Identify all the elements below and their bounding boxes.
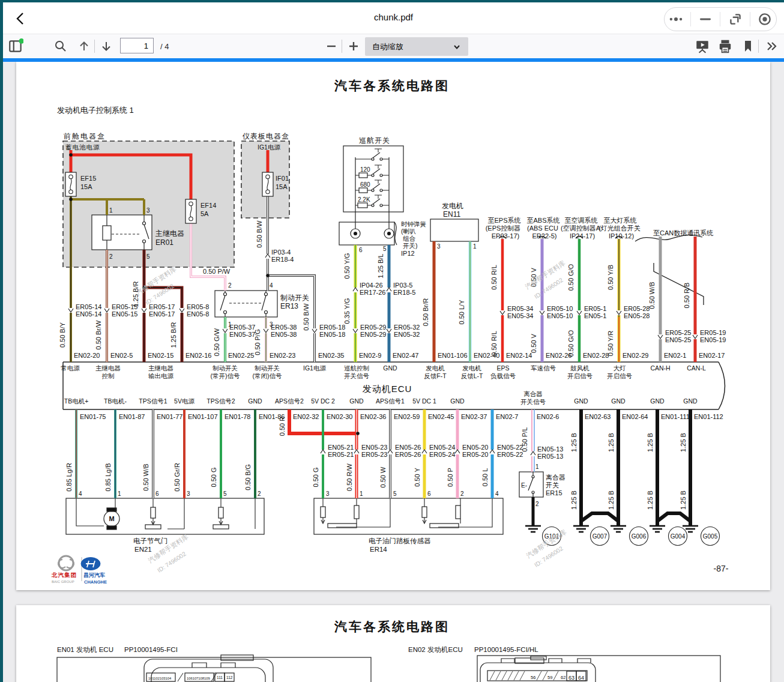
overflow-menu-icon[interactable] bbox=[668, 11, 684, 27]
diagram-label: TB电机- bbox=[104, 397, 127, 405]
diagram-box bbox=[92, 215, 152, 250]
diagram-label: 5V电源 bbox=[174, 397, 194, 405]
diagram-label: EN02-7 bbox=[496, 413, 518, 420]
diagram-label: EN02-35 bbox=[318, 352, 344, 359]
diagram-label: 1 bbox=[109, 207, 113, 214]
previous-page-button[interactable] bbox=[76, 38, 92, 55]
diagram-label: 0.50 G bbox=[210, 467, 217, 487]
diagram-label: ER05-38 bbox=[271, 324, 297, 331]
diagram-label: EN05-26 bbox=[395, 444, 421, 451]
more-tools-button[interactable] bbox=[763, 38, 780, 55]
diagram-label: EN05-32 bbox=[394, 331, 420, 338]
diagram-label: CAN-L bbox=[687, 364, 706, 372]
diagram-label: EP03-17) bbox=[492, 232, 519, 240]
diagram-label: GND bbox=[450, 397, 465, 405]
diagram-label: 1.25 B bbox=[680, 433, 687, 452]
diagram-label: PP10001495-FCI bbox=[124, 646, 178, 653]
junction-dot bbox=[69, 153, 73, 157]
minimize-icon[interactable] bbox=[698, 11, 713, 27]
diagram-label: EN05-25 bbox=[665, 336, 691, 343]
diagram-label: 0.50 R/W bbox=[346, 463, 353, 490]
diagram-label: 5A bbox=[201, 210, 209, 217]
diagram-label: EN02-29 bbox=[623, 352, 648, 359]
zoom-select-label: 自动缩放 bbox=[372, 41, 403, 52]
diagram-label: ER05-32 bbox=[394, 324, 420, 331]
diagram-box bbox=[477, 656, 720, 682]
diagram-label: EN05-22 bbox=[497, 444, 523, 451]
diagram-label: (常开)信号 bbox=[211, 372, 240, 379]
diagram-label: EN05-14 bbox=[76, 310, 101, 318]
double-chevron-right-icon bbox=[764, 39, 779, 53]
diagram-label: (常闭)信号 bbox=[253, 372, 282, 379]
ground-id-label: G006 bbox=[632, 533, 647, 540]
diagram-label: E- bbox=[521, 482, 527, 489]
fuse-pin bbox=[189, 202, 193, 205]
zoom-in-button[interactable] bbox=[345, 38, 362, 55]
page-number-input[interactable] bbox=[120, 38, 154, 53]
zoom-out-button[interactable] bbox=[323, 38, 340, 55]
diagram-label: ER05-22 bbox=[497, 451, 523, 458]
diagram-label: ER05-29 bbox=[360, 324, 386, 331]
diagram-label: (ABS ECU bbox=[527, 225, 558, 232]
diagram-label: EN01-112 bbox=[694, 413, 723, 420]
search-button[interactable] bbox=[52, 38, 69, 55]
diagram-label: EN02-32 bbox=[293, 413, 319, 420]
diagram-label: 0.50 P bbox=[447, 468, 454, 487]
diagram-label: 2 bbox=[460, 490, 464, 497]
diagram-label: EN05-8 bbox=[187, 310, 209, 318]
diagram-label: 1 bbox=[473, 243, 477, 250]
diagram-circle bbox=[388, 232, 391, 235]
presentation-mode-button[interactable] bbox=[694, 38, 711, 55]
diagram-label: 62 bbox=[561, 675, 565, 680]
diagram-label: 0.50 Br/R bbox=[422, 298, 429, 327]
junction-dot bbox=[356, 432, 360, 435]
diagram-label: EN02-40 bbox=[474, 352, 499, 359]
diagram-label: 680 bbox=[360, 181, 370, 188]
diagram-label: EN05-19 bbox=[700, 336, 726, 343]
diagram-label: EF15 bbox=[80, 175, 96, 182]
minus-icon bbox=[324, 39, 339, 53]
diagram-label: ER05-8 bbox=[187, 303, 209, 310]
diagram-label: 前舱电器盒 bbox=[64, 132, 106, 140]
diagram-label: ER05-28 bbox=[624, 305, 650, 312]
divider bbox=[94, 40, 95, 53]
diagram-label: 56 bbox=[531, 675, 535, 680]
pdf-viewer-area[interactable]: G101G007G006G004G005汽车各系统电路图发动机电子控制系统 1前… bbox=[0, 62, 784, 682]
diagram-label: EN01-87 bbox=[119, 413, 145, 420]
print-button[interactable] bbox=[717, 38, 734, 55]
window-controls bbox=[664, 7, 777, 31]
diagram-label: 5V DC 1 bbox=[412, 397, 436, 405]
diagram-label: EN05-24 bbox=[429, 444, 455, 451]
open-in-window-icon[interactable] bbox=[728, 11, 743, 27]
diagram-label: 5 bbox=[223, 490, 227, 497]
ground-id-label: G007 bbox=[593, 533, 608, 540]
diagram-label: EN02-16 bbox=[185, 352, 211, 359]
diagram-label: 至空调系统 bbox=[565, 217, 598, 224]
next-page-button[interactable] bbox=[98, 38, 115, 55]
sidebar-toggle-button[interactable] bbox=[7, 38, 24, 55]
diagram-label: 0.50 L/Y bbox=[458, 300, 465, 325]
diagram-label: 1 bbox=[118, 490, 121, 497]
chevron-down-icon bbox=[453, 43, 461, 51]
diagram-label: ER22-5) bbox=[532, 232, 557, 240]
diagram-box bbox=[430, 219, 478, 241]
diagram-label: APS信号2 bbox=[275, 397, 304, 405]
diagram-label: EN05-18 bbox=[319, 331, 345, 338]
diagram-label: 6 bbox=[359, 247, 363, 253]
diagram-label: ER05-19 bbox=[700, 329, 726, 336]
divider bbox=[690, 12, 691, 26]
diagram-label: GND bbox=[574, 397, 588, 405]
diagram-label: IP03-5 bbox=[393, 282, 412, 289]
diagram-label: M bbox=[109, 515, 114, 522]
diagram-label: 2 bbox=[258, 490, 261, 497]
record-icon[interactable] bbox=[757, 11, 773, 27]
diagram-label: GND bbox=[650, 397, 665, 405]
diagram-label: 仪表板电器盒 bbox=[243, 132, 289, 140]
diagram-label: 至CAN数据通讯系统 bbox=[653, 229, 713, 237]
junction-dot bbox=[266, 274, 270, 277]
zoom-select-dropdown[interactable]: 自动缩放 bbox=[365, 37, 468, 56]
diagram-path bbox=[719, 362, 725, 409]
diagram-label: GND bbox=[248, 397, 262, 405]
diagram-label: 至ABS系统 bbox=[526, 217, 559, 224]
bookmark-button[interactable] bbox=[740, 38, 756, 55]
